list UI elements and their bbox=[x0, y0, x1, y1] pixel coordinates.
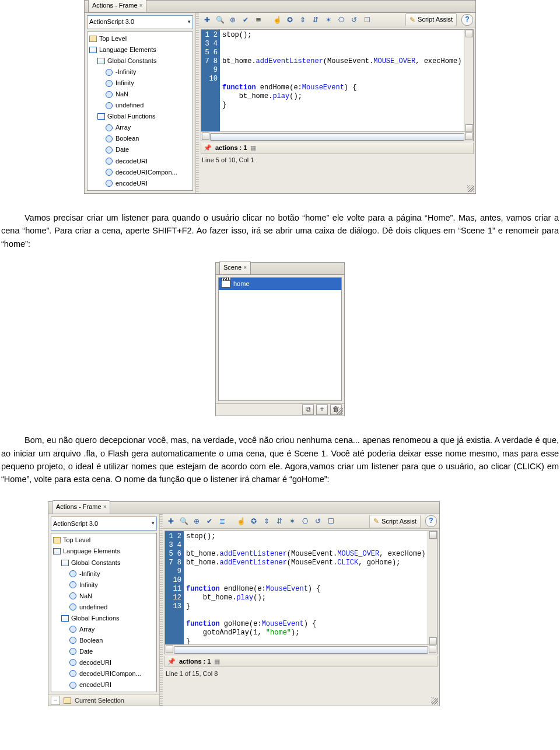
tree-row[interactable]: Array bbox=[51, 624, 156, 635]
collapse-icon[interactable]: ⇕ bbox=[261, 515, 272, 527]
vertical-scrollbar[interactable] bbox=[428, 531, 437, 645]
horizontal-scrollbar[interactable] bbox=[165, 644, 437, 654]
add-snippet-icon[interactable]: ✚ bbox=[201, 14, 213, 26]
tree-row[interactable]: undefined bbox=[88, 100, 192, 111]
find-icon[interactable]: 🔍 bbox=[214, 14, 226, 26]
tree-row[interactable]: -Infinity bbox=[88, 67, 192, 78]
tree-row[interactable]: Language Elements bbox=[88, 44, 192, 55]
check-syntax-icon[interactable]: ✔ bbox=[204, 515, 215, 527]
package-icon bbox=[64, 697, 71, 704]
constant-icon bbox=[105, 80, 113, 87]
tree-row[interactable]: Date bbox=[88, 144, 192, 155]
collapse-icon[interactable]: ⇕ bbox=[297, 14, 309, 26]
tree-row[interactable]: Infinity bbox=[51, 580, 156, 591]
tree-row[interactable]: Boolean bbox=[88, 133, 192, 144]
uncomment-icon[interactable]: ⎔ bbox=[335, 14, 347, 26]
auto-format-icon[interactable]: ≣ bbox=[216, 515, 228, 527]
comment-icon[interactable]: ✶ bbox=[323, 14, 334, 26]
tree-row[interactable]: Boolean bbox=[51, 635, 156, 646]
tree-row[interactable]: Global Constants bbox=[51, 557, 156, 568]
chevron-down-icon: ▾ bbox=[152, 519, 155, 528]
auto-format-icon[interactable]: ≣ bbox=[253, 14, 264, 26]
language-dropdown[interactable]: ActionScript 3.0 ▾ bbox=[51, 517, 157, 531]
scene-panel-footer: ⧉ + 🗑 bbox=[216, 403, 344, 416]
options-icon[interactable]: ☐ bbox=[361, 14, 373, 26]
horizontal-scrollbar[interactable] bbox=[201, 131, 473, 141]
tree-row[interactable]: Top Level bbox=[88, 33, 192, 44]
resize-grip[interactable] bbox=[336, 407, 343, 414]
comment-icon[interactable]: ✶ bbox=[286, 515, 298, 527]
tab-label: Actions - Frame bbox=[92, 1, 138, 11]
target-icon[interactable]: ⊕ bbox=[227, 14, 239, 26]
tree-row[interactable]: NaN bbox=[88, 89, 192, 100]
current-selection-bar[interactable]: – Current Selection bbox=[48, 695, 159, 706]
tree-row-label: Top Level bbox=[99, 34, 127, 44]
show-code-hint-icon[interactable]: ☝ bbox=[235, 515, 247, 527]
constant-icon bbox=[69, 626, 77, 633]
wrap-icon[interactable]: ↺ bbox=[348, 14, 360, 26]
duplicate-scene-button[interactable]: ⧉ bbox=[302, 404, 314, 415]
constant-icon bbox=[105, 102, 113, 109]
expand-icon[interactable]: ⇵ bbox=[274, 515, 285, 527]
help-icon[interactable]: ? bbox=[425, 515, 437, 527]
tree-row[interactable]: Global Functions bbox=[88, 111, 192, 122]
language-dropdown[interactable]: ActionScript 3.0 ▾ bbox=[87, 15, 193, 29]
tree-row[interactable]: Infinity bbox=[88, 78, 192, 89]
pin-icon[interactable]: 📌 bbox=[167, 657, 176, 667]
debug-icon[interactable]: ✪ bbox=[248, 515, 260, 527]
constant-icon bbox=[69, 570, 77, 577]
tree-row[interactable]: undefined bbox=[51, 602, 156, 613]
collapse-section-icon[interactable]: – bbox=[51, 696, 60, 705]
tab-close-icon[interactable]: × bbox=[139, 1, 143, 11]
options-icon[interactable]: ☐ bbox=[325, 515, 337, 527]
check-syntax-icon[interactable]: ✔ bbox=[240, 14, 251, 26]
code-editor[interactable]: 1 2 3 4 5 6 7 8 9 10 stop(); bt_home.add… bbox=[201, 29, 474, 141]
help-icon[interactable]: ? bbox=[461, 14, 473, 26]
wrap-icon[interactable]: ↺ bbox=[312, 515, 324, 527]
api-tree[interactable]: Top LevelLanguage ElementsGlobal Constan… bbox=[51, 533, 157, 692]
tree-row[interactable]: decodeURICompon... bbox=[88, 167, 192, 178]
tree-row[interactable]: Top Level bbox=[51, 535, 156, 546]
expand-icon[interactable]: ⇵ bbox=[310, 14, 321, 26]
tab-close-icon[interactable]: × bbox=[243, 263, 247, 273]
tree-row[interactable]: Language Elements bbox=[51, 546, 156, 557]
scene-row-home[interactable]: home bbox=[219, 278, 341, 290]
resize-grip[interactable] bbox=[467, 185, 474, 192]
find-icon[interactable]: 🔍 bbox=[178, 515, 190, 527]
tree-row[interactable]: Date bbox=[51, 646, 156, 657]
code-editor[interactable]: 1 2 3 4 5 6 7 8 9 10 11 12 13 stop(); bt… bbox=[164, 531, 438, 654]
tree-row[interactable]: decodeURICompon... bbox=[51, 668, 156, 679]
tree-row-label: encodeURI bbox=[116, 179, 148, 189]
tab-actions-frame[interactable]: Actions - Frame × bbox=[88, 0, 146, 12]
tree-row-label: Top Level bbox=[63, 535, 90, 545]
tree-row[interactable]: Array bbox=[88, 122, 192, 133]
tab-scene[interactable]: Scene × bbox=[219, 261, 251, 274]
scene-list[interactable]: home bbox=[218, 277, 342, 401]
tree-row[interactable]: NaN bbox=[51, 591, 156, 602]
tree-row[interactable]: encodeURI bbox=[88, 178, 192, 189]
status-bar: Line 5 of 10, Col 1 bbox=[201, 155, 474, 166]
add-snippet-icon[interactable]: ✚ bbox=[165, 515, 177, 527]
tree-row[interactable]: decodeURI bbox=[88, 156, 192, 167]
pin-icon[interactable]: 📌 bbox=[204, 143, 212, 153]
api-tree[interactable]: Top LevelLanguage ElementsGlobal Constan… bbox=[87, 32, 193, 191]
script-assist-button[interactable]: ✎ Script Assist bbox=[369, 515, 421, 528]
debug-icon[interactable]: ✪ bbox=[284, 14, 296, 26]
resize-grip[interactable] bbox=[431, 697, 438, 704]
show-code-hint-icon[interactable]: ☝ bbox=[271, 14, 283, 26]
code-text[interactable]: stop(); bt_home.addEventListener(MouseEv… bbox=[184, 531, 437, 654]
add-scene-button[interactable]: + bbox=[316, 404, 328, 415]
target-icon[interactable]: ⊕ bbox=[191, 515, 202, 527]
tree-row[interactable]: encodeURI bbox=[51, 679, 156, 690]
tab-close-icon[interactable]: × bbox=[103, 503, 107, 512]
vertical-scrollbar[interactable] bbox=[464, 30, 473, 132]
code-text[interactable]: stop(); bt_home.addEventListener(MouseEv… bbox=[220, 30, 473, 141]
tree-row-label: decodeURICompon... bbox=[116, 168, 177, 177]
script-assist-button[interactable]: ✎ Script Assist bbox=[405, 13, 457, 27]
tree-row[interactable]: -Infinity bbox=[51, 568, 156, 580]
tree-row[interactable]: Global Functions bbox=[51, 613, 156, 624]
tab-actions-frame[interactable]: Actions - Frame × bbox=[52, 500, 110, 514]
uncomment-icon[interactable]: ⎔ bbox=[299, 515, 311, 527]
tree-row[interactable]: Global Constants bbox=[88, 55, 192, 67]
tree-row[interactable]: decodeURI bbox=[51, 657, 156, 668]
